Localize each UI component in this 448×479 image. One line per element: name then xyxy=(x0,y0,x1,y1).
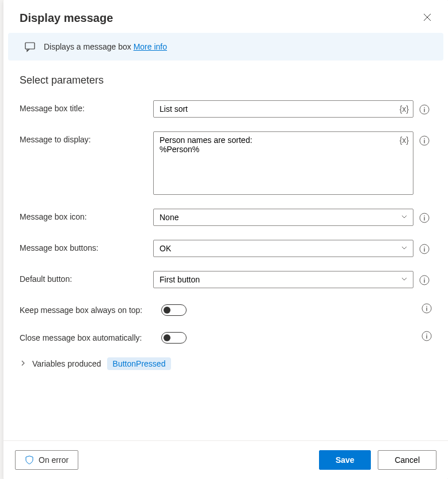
svg-point-8 xyxy=(424,216,425,217)
info-icon[interactable] xyxy=(422,303,432,315)
dialog-title: Display message xyxy=(20,12,420,25)
svg-rect-6 xyxy=(424,140,424,144)
default-button-select[interactable] xyxy=(153,271,413,288)
info-icon[interactable] xyxy=(419,135,430,148)
svg-point-11 xyxy=(424,247,425,248)
field-row-buttons: Message box buttons: xyxy=(20,240,432,257)
close-button[interactable] xyxy=(420,10,434,26)
toggle-knob xyxy=(164,307,170,314)
on-error-button[interactable]: On error xyxy=(15,450,78,470)
svg-point-5 xyxy=(424,138,425,139)
field-label: Close message box automatically: xyxy=(20,331,161,342)
variable-token-button[interactable]: {x} xyxy=(400,104,409,114)
display-message-dialog: Display message Displays a message box M… xyxy=(3,0,448,479)
dialog-header: Display message xyxy=(3,0,448,33)
info-icon[interactable] xyxy=(419,244,430,256)
field-row-default-button: Default button: xyxy=(20,271,432,288)
svg-point-20 xyxy=(426,333,427,334)
field-label: Message box icon: xyxy=(20,209,153,221)
close-icon xyxy=(423,13,432,22)
variables-label: Variables produced xyxy=(32,359,101,368)
svg-rect-12 xyxy=(424,248,424,252)
field-row-message: Message to display: {x} xyxy=(20,131,432,195)
message-box-title-input[interactable] xyxy=(153,100,413,118)
svg-point-14 xyxy=(424,278,425,279)
always-on-top-toggle[interactable] xyxy=(161,304,187,316)
variables-produced-row: Variables produced ButtonPressed xyxy=(20,357,432,370)
dialog-content: Select parameters Message box title: {x}… xyxy=(3,61,448,440)
svg-rect-3 xyxy=(424,109,424,112)
toggle-knob xyxy=(164,334,170,341)
info-icon[interactable] xyxy=(419,213,430,225)
message-box-buttons-select[interactable] xyxy=(153,240,413,257)
more-info-link[interactable]: More info xyxy=(134,42,167,51)
message-box-icon-select[interactable] xyxy=(153,209,413,226)
info-icon[interactable] xyxy=(419,104,430,116)
svg-rect-18 xyxy=(426,307,427,311)
svg-rect-9 xyxy=(424,217,424,221)
svg-rect-0 xyxy=(25,43,35,49)
on-error-label: On error xyxy=(39,455,69,465)
field-row-always-on-top: Keep message box always on top: xyxy=(20,302,432,316)
field-row-icon: Message box icon: xyxy=(20,209,432,226)
info-icon[interactable] xyxy=(422,331,432,343)
banner-description: Displays a message box xyxy=(44,42,131,51)
auto-close-toggle[interactable] xyxy=(161,332,187,344)
banner-text: Displays a message box More info xyxy=(44,42,167,51)
field-row-title: Message box title: {x} xyxy=(20,100,432,118)
section-title: Select parameters xyxy=(20,74,432,86)
expand-variables-button[interactable] xyxy=(20,359,26,368)
svg-point-2 xyxy=(424,107,425,108)
field-label: Message box title: xyxy=(20,100,153,113)
info-banner: Displays a message box More info xyxy=(8,33,443,61)
field-label: Message to display: xyxy=(20,131,153,144)
message-icon xyxy=(24,41,36,52)
variable-badge[interactable]: ButtonPressed xyxy=(107,357,172,370)
dialog-footer: On error Save Cancel xyxy=(3,440,448,479)
field-label: Keep message box always on top: xyxy=(20,303,161,315)
save-button[interactable]: Save xyxy=(319,450,371,470)
field-label: Message box buttons: xyxy=(20,240,153,252)
info-icon[interactable] xyxy=(419,275,430,287)
field-row-auto-close: Close message box automatically: xyxy=(20,330,432,344)
svg-rect-21 xyxy=(426,335,427,338)
svg-point-17 xyxy=(426,305,427,307)
field-label: Default button: xyxy=(20,271,153,284)
message-to-display-input[interactable] xyxy=(153,131,413,195)
variable-token-button[interactable]: {x} xyxy=(400,135,409,145)
svg-rect-15 xyxy=(424,280,424,283)
cancel-button[interactable]: Cancel xyxy=(378,450,436,470)
shield-icon xyxy=(25,455,34,465)
